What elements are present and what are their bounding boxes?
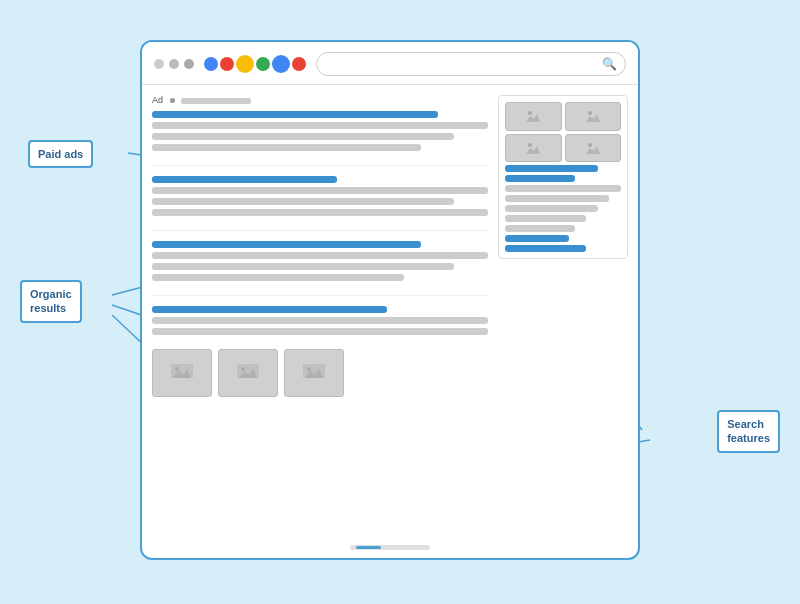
org3-bar1 xyxy=(152,317,488,324)
ad-label: Ad xyxy=(152,95,488,105)
org1-bar3 xyxy=(152,209,488,216)
paid-ads-label: Paid ads xyxy=(38,148,83,160)
google-logo xyxy=(204,55,306,73)
org2-bar2 xyxy=(152,263,454,270)
organic-result-1 xyxy=(152,176,488,216)
panel-bar1 xyxy=(505,185,621,192)
logo-dot-5 xyxy=(272,55,290,73)
panel-link2 xyxy=(505,245,586,252)
grid-img-2 xyxy=(565,102,622,131)
ad-bar-title xyxy=(152,111,438,118)
ad-section: Ad xyxy=(152,95,488,151)
organic-result-2 xyxy=(152,241,488,281)
window-dots xyxy=(154,59,194,69)
svg-point-21 xyxy=(528,111,532,115)
ad-bar-2 xyxy=(152,133,454,140)
svg-point-14 xyxy=(241,367,245,371)
svg-point-30 xyxy=(588,143,592,147)
left-column: Ad xyxy=(152,95,488,539)
org1-bar2 xyxy=(152,198,454,205)
svg-point-24 xyxy=(588,111,592,115)
divider-1 xyxy=(152,165,488,166)
panel-subtitle xyxy=(505,175,575,182)
search-bar[interactable]: 🔍 xyxy=(316,52,626,76)
organic-result-3 xyxy=(152,306,488,335)
panel-title xyxy=(505,165,598,172)
window-dot-1 xyxy=(154,59,164,69)
org3-bar2 xyxy=(152,328,488,335)
logo-dot-3 xyxy=(236,55,254,73)
org1-title xyxy=(152,176,337,183)
window-dot-3 xyxy=(184,59,194,69)
logo-dot-1 xyxy=(204,57,218,71)
svg-point-10 xyxy=(175,367,179,371)
annotation-search-features: Searchfeatures xyxy=(717,410,780,453)
browser-content: Ad xyxy=(142,85,638,549)
scrollbar[interactable] xyxy=(350,545,430,550)
panel-link1 xyxy=(505,235,569,242)
knowledge-panel xyxy=(498,95,628,259)
grid-img-1 xyxy=(505,102,562,131)
annotation-organic-results: Organicresults xyxy=(20,280,82,323)
svg-point-27 xyxy=(528,143,532,147)
organic-results-label: Organicresults xyxy=(30,288,72,314)
ad-bar-3 xyxy=(152,144,421,151)
org2-bar1 xyxy=(152,252,488,259)
divider-2 xyxy=(152,230,488,231)
org2-bar3 xyxy=(152,274,404,281)
panel-bar2 xyxy=(505,195,609,202)
divider-3 xyxy=(152,295,488,296)
grid-img-4 xyxy=(565,134,622,163)
org3-title xyxy=(152,306,387,313)
annotation-paid-ads: Paid ads xyxy=(28,140,93,168)
grid-img-3 xyxy=(505,134,562,163)
scrollbar-thumb xyxy=(356,546,381,549)
window-dot-2 xyxy=(169,59,179,69)
browser-window: 🔍 Ad xyxy=(140,40,640,560)
image-thumbnails xyxy=(152,349,488,397)
panel-bar5 xyxy=(505,225,575,232)
thumbnail-3 xyxy=(284,349,344,397)
logo-dot-6 xyxy=(292,57,306,71)
ad-bar-1 xyxy=(152,122,488,129)
svg-point-18 xyxy=(307,367,311,371)
right-column xyxy=(498,95,628,539)
thumbnail-1 xyxy=(152,349,212,397)
logo-dot-4 xyxy=(256,57,270,71)
thumbnail-2 xyxy=(218,349,278,397)
diagram-container: 🔍 Ad xyxy=(10,10,790,594)
search-icon: 🔍 xyxy=(602,57,617,71)
image-grid xyxy=(505,102,621,162)
org2-title xyxy=(152,241,421,248)
logo-dot-2 xyxy=(220,57,234,71)
panel-bar4 xyxy=(505,215,586,222)
org1-bar1 xyxy=(152,187,488,194)
browser-chrome: 🔍 xyxy=(142,42,638,85)
search-features-label: Searchfeatures xyxy=(727,418,770,444)
panel-bar3 xyxy=(505,205,598,212)
ad-dot xyxy=(170,98,175,103)
